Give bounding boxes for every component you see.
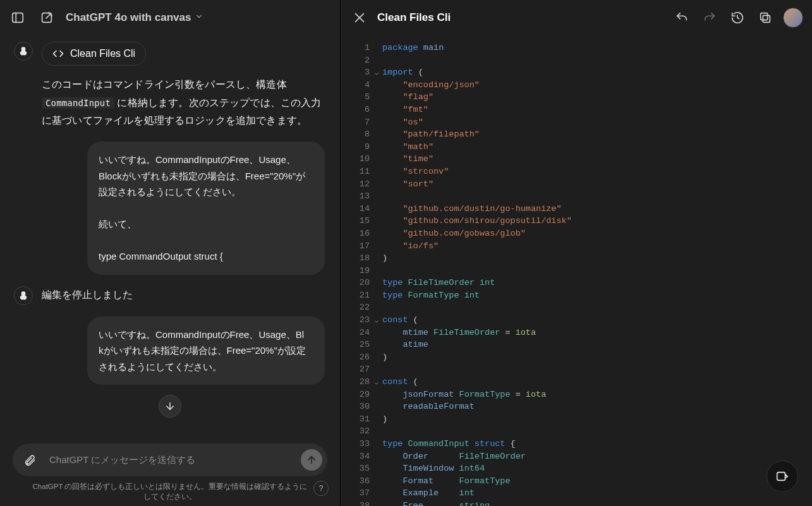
canvas-chip-label: Clean Files Cli: [70, 48, 135, 59]
user-avatar[interactable]: [783, 8, 803, 28]
chat-pane: ChatGPT 4o with canvas Clean Files Cli: [0, 0, 340, 506]
attach-button[interactable]: [19, 449, 40, 471]
canvas-actions-button[interactable]: [767, 461, 798, 492]
model-label: ChatGPT 4o with canvas: [66, 11, 191, 24]
code-icon: [52, 48, 64, 59]
assistant-message: Clean Files Cli このコードはコマンドライン引数をパースし、構造体…: [14, 42, 325, 130]
model-picker[interactable]: ChatGPT 4o with canvas: [66, 11, 203, 24]
canvas-chip[interactable]: Clean Files Cli: [42, 42, 146, 66]
system-message: 編集を停止しました: [14, 286, 325, 305]
composer: ChatGPT の回答は必ずしも正しいとは限りません。重要な情報は確認するように…: [0, 443, 340, 506]
code-content: package main import ( "encoding/json" "f…: [382, 42, 572, 506]
canvas-pane: Clean Files Cli 123456789101112131415161…: [340, 0, 812, 506]
undo-button[interactable]: [672, 8, 692, 28]
fold-chevron-icon[interactable]: [373, 316, 381, 324]
disclaimer: ChatGPT の回答は必ずしも正しいとは限りません。重要な情報は確認するように…: [13, 481, 327, 502]
copy-button[interactable]: [755, 8, 775, 28]
assistant-avatar: [14, 42, 33, 61]
line-gutter: 1234567891011121314151617181920212223242…: [341, 42, 373, 506]
chevron-down-icon: [195, 11, 203, 24]
toggle-sidebar-icon[interactable]: [8, 8, 28, 28]
new-chat-icon[interactable]: [37, 8, 57, 28]
canvas-title: Clean Files Cli: [377, 11, 664, 24]
canvas-header: Clean Files Cli: [341, 0, 812, 35]
composer-input[interactable]: [48, 454, 293, 466]
code-editor[interactable]: 1234567891011121314151617181920212223242…: [341, 35, 812, 506]
svg-rect-0: [13, 13, 23, 23]
history-button[interactable]: [727, 8, 748, 28]
assistant-text: このコードはコマンドライン引数をパースし、構造体 CommandInput に格…: [42, 76, 325, 130]
chat-header: ChatGPT 4o with canvas: [0, 0, 340, 35]
send-button[interactable]: [301, 449, 322, 471]
fold-chevron-icon[interactable]: [373, 378, 381, 386]
scroll-to-bottom-button[interactable]: [159, 395, 181, 418]
close-canvas-button[interactable]: [349, 8, 370, 28]
inline-code: CommandInput: [42, 97, 114, 109]
redo-button[interactable]: [700, 8, 720, 28]
svg-line-8: [737, 18, 739, 19]
fold-gutter: [373, 42, 382, 506]
assistant-avatar: [14, 286, 33, 305]
user-bubble: いいですね。CommandInputのFree、Usage、Blockがいずれも…: [87, 142, 325, 275]
chat-scroll[interactable]: Clean Files Cli このコードはコマンドライン引数をパースし、構造体…: [0, 35, 340, 443]
user-bubble: いいですね。CommandInputのFree、Usage、Bl kがいずれも未…: [87, 316, 325, 385]
system-text: 編集を停止しました: [42, 289, 133, 302]
svg-rect-10: [761, 13, 768, 20]
user-message: いいですね。CommandInputのFree、Usage、Bl kがいずれも未…: [14, 316, 325, 385]
help-button[interactable]: ?: [313, 481, 329, 496]
fold-chevron-icon[interactable]: [373, 69, 381, 76]
user-message: いいですね。CommandInputのFree、Usage、Blockがいずれも…: [14, 142, 325, 275]
svg-rect-9: [763, 15, 770, 22]
svg-rect-11: [777, 473, 785, 481]
